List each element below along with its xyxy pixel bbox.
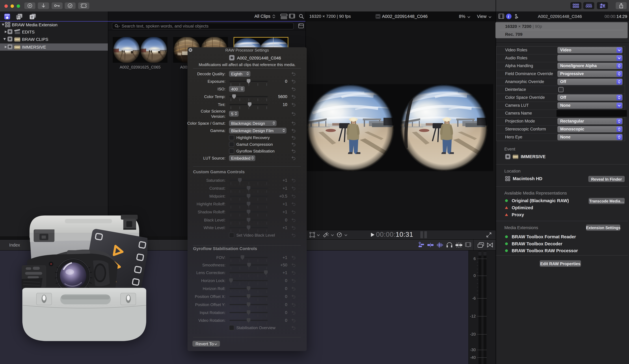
svg-text:T: T xyxy=(31,15,33,19)
